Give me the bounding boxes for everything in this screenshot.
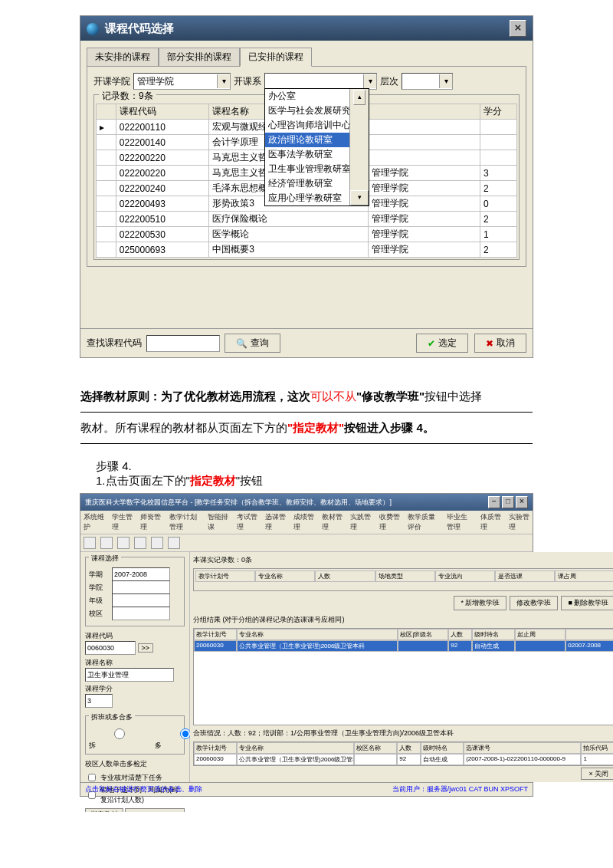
records-count: 记录数：9条	[99, 90, 156, 103]
tool-icon[interactable]	[168, 537, 180, 549]
check-icon: ✔	[428, 338, 435, 349]
search-icon: 🔍	[236, 338, 247, 349]
status-right: 当前用户：服务器/jwc01 CAT BUN XPSOFT	[392, 784, 528, 794]
filter-panel: 开课学院 ▾ 开课系 ▾ 办公室 医学与社会发展研究中心 心理咨询师培训中心 政…	[87, 66, 526, 267]
chevron-down-icon[interactable]: ▾	[363, 74, 376, 88]
statusbar: 点击鼠标右键进行整页质的备选、删除 当前用户：服务器/jwc01 CAT BUN…	[80, 782, 533, 796]
search-button[interactable]: 🔍查询	[225, 334, 280, 353]
delete-class-button[interactable]: ■ 删除教学班	[561, 596, 613, 610]
college-label: 开课学院	[93, 75, 130, 88]
menu-item[interactable]: 实践管理	[350, 512, 371, 532]
tool-icon[interactable]	[84, 537, 96, 549]
dept-dropdown: 办公室 医学与社会发展研究中心 心理咨询师培训中心 政治理论教研室 医事法学教研…	[264, 88, 369, 206]
grade-input[interactable]	[112, 593, 170, 607]
middle-grid: 教学计划号专业名称校区|班级名人数级时特名起止周 20060030公共事业管理（…	[193, 628, 613, 725]
menu-item[interactable]: 教材管理	[322, 512, 343, 532]
table-row[interactable]: 022200510医疗保险概论管理学院2	[97, 212, 517, 227]
chevron-down-icon[interactable]: ▾	[217, 74, 230, 88]
chk-major[interactable]	[88, 774, 96, 781]
top-grid: 教学计划号专业名称人数场地类型专业流向是否选课课占周	[193, 568, 613, 591]
x-icon: ✖	[486, 338, 493, 349]
menu-item[interactable]: 毕业生管理	[447, 512, 473, 532]
code-input[interactable]	[85, 641, 136, 655]
menu-item[interactable]: 选课管理	[265, 512, 286, 532]
menu-item[interactable]: 收费管理	[379, 512, 400, 532]
bottom-grid: 教学计划号专业名称校区名称人数级时特名选课课号拍乐代码 20060030公共事业…	[193, 741, 613, 766]
college-input[interactable]	[112, 580, 170, 594]
assign-textbook-button[interactable]: 指定教材	[85, 808, 123, 812]
tab-scheduled[interactable]: 已安排的课程	[240, 48, 312, 67]
menu-item[interactable]: 成绩管理	[293, 512, 314, 532]
table-row[interactable]: 20060030公共事业管理（卫生事业管理)2006级卫管本科92自动生成020…	[194, 640, 613, 652]
summary-label: 合班情况：人数：92；培训部：1/公用事业管理（卫生事业管理方向)/2006级卫…	[193, 728, 613, 738]
status-left: 点击鼠标右键进行整页质的备选、删除	[85, 784, 202, 794]
step-text: 步骤 4. 1.点击页面左下的"指定教材"按钮	[65, 459, 548, 488]
close-button[interactable]: × 关闭	[581, 768, 613, 780]
chevron-down-icon[interactable]: ▾	[439, 74, 452, 88]
scrollbar[interactable]: ▴▾	[349, 89, 369, 205]
menu-item[interactable]: 学生管理	[112, 512, 133, 532]
campus-input[interactable]	[112, 607, 170, 620]
credit-input[interactable]	[85, 694, 113, 708]
tool-icon[interactable]	[100, 537, 113, 549]
main-app-window: 重庆医科大学数字化校园信息平台 - [教学任务安排（拆合教学班、教师安排、教材选…	[80, 493, 533, 797]
tabs: 未安排的课程 部分安排的课程 已安排的课程	[80, 41, 533, 66]
modify-class-button[interactable]: 修改教学班	[510, 596, 558, 610]
tool-icon[interactable]	[151, 537, 163, 549]
titlebar: 课程代码选择 ×	[80, 16, 533, 41]
globe-icon	[87, 23, 99, 35]
menu-item[interactable]: 体质管理	[480, 512, 501, 532]
col-code[interactable]: 课程代码	[116, 104, 209, 120]
split-radio[interactable]	[93, 728, 146, 739]
level-label: 层次	[380, 75, 398, 88]
col-dept[interactable]	[368, 104, 480, 120]
table-row[interactable]: 022200530医学概论管理学院1	[97, 227, 517, 242]
tool-icon[interactable]	[117, 537, 129, 549]
dept-select[interactable]: ▾	[264, 73, 377, 90]
tab-unscheduled[interactable]: 未安排的课程	[87, 48, 159, 67]
menu-item[interactable]: 师资管理	[140, 512, 161, 532]
minimize-icon[interactable]: −	[488, 496, 500, 508]
tool-icon[interactable]	[134, 537, 146, 549]
menu-item[interactable]: 考试管理	[237, 512, 257, 532]
cancel-button[interactable]: ✖取消	[474, 334, 526, 353]
menu-item[interactable]: 实验管理	[509, 512, 529, 532]
menu-item[interactable]: 教学计划管理	[169, 512, 201, 532]
name-input[interactable]	[85, 668, 174, 682]
dept-label: 开课系	[234, 75, 261, 88]
table-row[interactable]: 025000693中国概要3管理学院2	[97, 242, 517, 258]
go-button[interactable]: >>	[138, 643, 154, 653]
maximize-icon[interactable]: □	[502, 496, 514, 508]
toolbar	[80, 534, 533, 552]
course-code-dialog: 课程代码选择 × 未安排的课程 部分安排的课程 已安排的课程 开课学院 ▾ 开课…	[80, 15, 533, 358]
tab-partial[interactable]: 部分安排的课程	[159, 48, 240, 67]
col-credit[interactable]: 学分	[480, 104, 517, 120]
add-class-button[interactable]: * 新增教学班	[454, 596, 506, 610]
menu-item[interactable]: 教学质量评价	[408, 512, 439, 532]
college-select[interactable]: ▾	[133, 73, 231, 90]
table-row[interactable]: 20060030公共事业管理（卫生事业管理)2006级卫管本科92自动生成(20…	[194, 754, 613, 765]
app-title: 重庆医科大学数字化校园信息平台 - [教学任务安排（拆合教学班、教师安排、教材选…	[85, 498, 392, 508]
task-button[interactable]	[125, 808, 185, 812]
split-label: 分组结果 (对于分组的课程记录的选课课号应相同)	[193, 615, 613, 625]
record-count: 本课实记录数：0条	[193, 555, 613, 565]
close-icon[interactable]: ×	[516, 496, 528, 508]
menu-item[interactable]: 智能排课	[208, 512, 228, 532]
menubar: 系统维护 学生管理 师资管理 教学计划管理 智能排课 考试管理 选课管理 成绩管…	[80, 511, 533, 534]
level-select[interactable]: ▾	[402, 73, 453, 90]
menu-item[interactable]: 系统维护	[84, 512, 104, 532]
dialog-title: 课程代码选择	[105, 21, 174, 35]
instruction-paragraph: 选择教材原则：为了优化教材选用流程，这次可以不从"修改教学班"按钮中选择 教材。…	[80, 381, 533, 444]
term-select[interactable]	[112, 567, 170, 581]
titlebar: 重庆医科大学数字化校园信息平台 - [教学任务安排（拆合教学班、教师安排、教材选…	[80, 494, 533, 511]
select-button[interactable]: ✔选定	[416, 334, 468, 353]
left-panel: 课程选择 学期 学院 年级 校区 课程代码 >> 课程名称 课程学分 拆班或多合…	[80, 552, 190, 782]
close-icon[interactable]: ×	[510, 20, 526, 37]
search-label: 查找课程代码	[87, 337, 142, 350]
dialog-footer: 查找课程代码 🔍查询 ✔选定 ✖取消	[80, 328, 533, 357]
right-panel: 本课实记录数：0条 教学计划号专业名称人数场地类型专业流向是否选课课占周 * 新…	[190, 552, 613, 782]
search-input[interactable]	[146, 335, 220, 352]
